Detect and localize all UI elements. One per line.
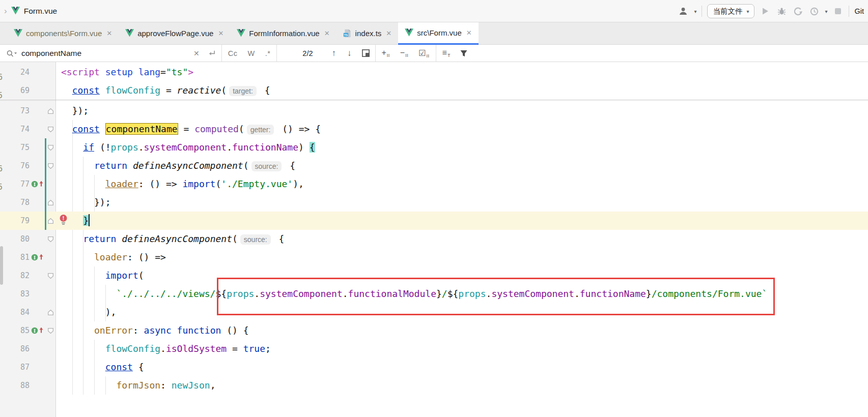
code-text[interactable]: });	[56, 193, 111, 212]
search-options-icon[interactable]	[0, 49, 21, 57]
fold-up-icon[interactable]	[47, 102, 55, 120]
code-line-82[interactable]: 82 import(	[0, 266, 868, 285]
remove-occurrence-icon[interactable]: −II	[395, 48, 413, 58]
stop-icon[interactable]	[832, 6, 844, 17]
code-line-74[interactable]: 74 const componentName = computed(getter…	[0, 120, 868, 138]
code-line-24[interactable]: 24<script setup lang="ts">	[0, 63, 868, 81]
tab-components-form.vue[interactable]: components\Form.vue✕	[7, 22, 119, 44]
tab-close-icon[interactable]: ✕	[466, 29, 472, 37]
user-caret-icon[interactable]: ▾	[694, 9, 696, 14]
code-line-73[interactable]: 73 });	[0, 102, 868, 120]
user-icon[interactable]	[678, 6, 689, 17]
add-occurrence-icon[interactable]: +II	[377, 48, 395, 58]
open-in-window-icon[interactable]	[357, 49, 374, 57]
run-icon[interactable]	[760, 6, 771, 17]
filter-lines-icon[interactable]: ≡T	[437, 48, 456, 58]
regex-toggle[interactable]: .*	[260, 49, 276, 57]
line-number[interactable]: 24	[0, 63, 30, 81]
code-line-78[interactable]: 78 });	[0, 193, 868, 212]
tab-approveflowpage.vue[interactable]: approveFlowPage.vue✕	[119, 22, 230, 44]
line-number[interactable]: 82	[0, 266, 30, 285]
code-text[interactable]: if (!props.systemComponent.functionName)…	[56, 138, 315, 157]
code-line-77[interactable]: 77I loader: () => import('./Empty.vue'),	[0, 175, 868, 193]
line-number[interactable]: 69	[0, 81, 30, 100]
code-text[interactable]: <script setup lang="ts">	[56, 63, 193, 81]
previous-match-icon[interactable]: ↑	[326, 48, 342, 58]
code-text[interactable]: `./../../../views/${props.systemComponen…	[56, 285, 767, 303]
fold-up-icon[interactable]	[47, 212, 55, 230]
code-text[interactable]: import(	[56, 266, 144, 285]
code-text[interactable]: ),	[56, 303, 116, 321]
clear-search-icon[interactable]: ✕	[189, 49, 204, 57]
fold-down-icon[interactable]	[47, 138, 55, 157]
code-text[interactable]: const flowConfig = reactive(target: {	[56, 81, 270, 100]
select-occurrences-icon[interactable]: ☑II	[413, 48, 434, 58]
fold-down-icon[interactable]	[47, 120, 55, 138]
filter-funnel-icon[interactable]	[456, 49, 472, 57]
code-text[interactable]: formJson: newJson,	[56, 376, 215, 395]
fold-up-icon[interactable]	[47, 193, 55, 212]
code-line-80[interactable]: 80 return defineAsyncComponent(source: {	[0, 230, 868, 248]
tab-close-icon[interactable]: ✕	[324, 29, 330, 37]
tab-close-icon[interactable]: ✕	[106, 29, 112, 37]
code-line-86[interactable]: 86 flowConfig.isOldSystem = true;	[0, 340, 868, 358]
run-with-coverage-icon[interactable]	[792, 6, 803, 17]
line-number[interactable]: 81	[0, 248, 30, 266]
code-text[interactable]: loader: () =>	[56, 248, 166, 266]
match-case-toggle[interactable]: Cc	[223, 49, 243, 57]
tab-index.ts[interactable]: TSindex.ts✕	[337, 22, 399, 44]
code-line-76[interactable]: 76 return defineAsyncComponent(source: {	[0, 157, 868, 175]
line-number[interactable]: 79	[0, 212, 30, 230]
code-line-88[interactable]: 88 formJson: newJson,	[0, 376, 868, 395]
code-text[interactable]: });	[56, 102, 89, 120]
line-number[interactable]: 88	[0, 376, 30, 395]
code-text[interactable]: const componentName = computed(getter: (…	[56, 120, 321, 138]
line-number[interactable]: 83	[0, 285, 30, 303]
implementation-arrow-icon[interactable]: I	[31, 175, 45, 193]
tab-forminformation.vue[interactable]: FormInformation.vue✕	[230, 22, 336, 44]
line-number[interactable]: 84	[0, 303, 30, 321]
implementation-arrow-icon[interactable]: I	[31, 321, 45, 340]
code-text[interactable]: }	[56, 212, 90, 230]
code-text[interactable]: loader: () => import('./Empty.vue'),	[56, 175, 304, 193]
profiler-caret-icon[interactable]: ▾	[825, 9, 827, 14]
line-number[interactable]: 87	[0, 358, 30, 376]
code-text[interactable]: flowConfig.isOldSystem = true;	[56, 340, 271, 358]
code-line-81[interactable]: 81I loader: () =>	[0, 248, 868, 266]
line-number[interactable]: 77	[0, 175, 30, 193]
code-text[interactable]: onError: async function () {	[56, 321, 249, 340]
line-number[interactable]: 76	[0, 157, 30, 175]
fold-down-icon[interactable]	[47, 230, 55, 248]
code-line-87[interactable]: 87 const {	[0, 358, 868, 376]
implementation-arrow-icon[interactable]: I	[31, 248, 45, 266]
profiler-icon[interactable]	[808, 6, 820, 17]
line-number[interactable]: 73	[0, 102, 30, 120]
tab-src-form.vue[interactable]: src\Form.vue✕	[398, 22, 478, 45]
search-input[interactable]	[21, 49, 189, 58]
editor[interactable]: 24<script setup lang="ts">69 const flowC…	[0, 62, 868, 417]
line-number[interactable]: 78	[0, 193, 30, 212]
words-toggle[interactable]: W	[242, 49, 260, 57]
code-line-75[interactable]: 75 if (!props.systemComponent.functionNa…	[0, 138, 868, 157]
tab-close-icon[interactable]: ✕	[386, 29, 391, 37]
next-match-icon[interactable]: ↓	[342, 48, 357, 58]
git-menu[interactable]: Git	[854, 7, 865, 15]
tab-close-icon[interactable]: ✕	[218, 29, 223, 37]
code-line-83[interactable]: 83 `./../../../views/${props.systemCompo…	[0, 285, 868, 303]
code-line-84[interactable]: 84 ),	[0, 303, 868, 321]
code-line-69[interactable]: 69 const flowConfig = reactive(target: {	[0, 81, 868, 100]
line-number[interactable]: 80	[0, 230, 30, 248]
multiline-toggle-icon[interactable]	[204, 49, 220, 57]
code-text[interactable]: return defineAsyncComponent(source: {	[56, 230, 284, 248]
code-line-79[interactable]: 79! }	[0, 212, 868, 230]
fold-down-icon[interactable]	[47, 321, 55, 340]
debug-icon[interactable]	[776, 6, 787, 17]
fold-down-icon[interactable]	[47, 266, 55, 285]
fold-down-icon[interactable]	[47, 157, 55, 175]
fold-up-icon[interactable]	[47, 303, 55, 321]
line-number[interactable]: 85	[0, 321, 30, 340]
code-line-85[interactable]: 85I onError: async function () {	[0, 321, 868, 340]
run-config-selector[interactable]: 当前文件 ▾	[707, 4, 754, 18]
line-number[interactable]: 75	[0, 138, 30, 157]
code-text[interactable]: const {	[56, 358, 144, 376]
